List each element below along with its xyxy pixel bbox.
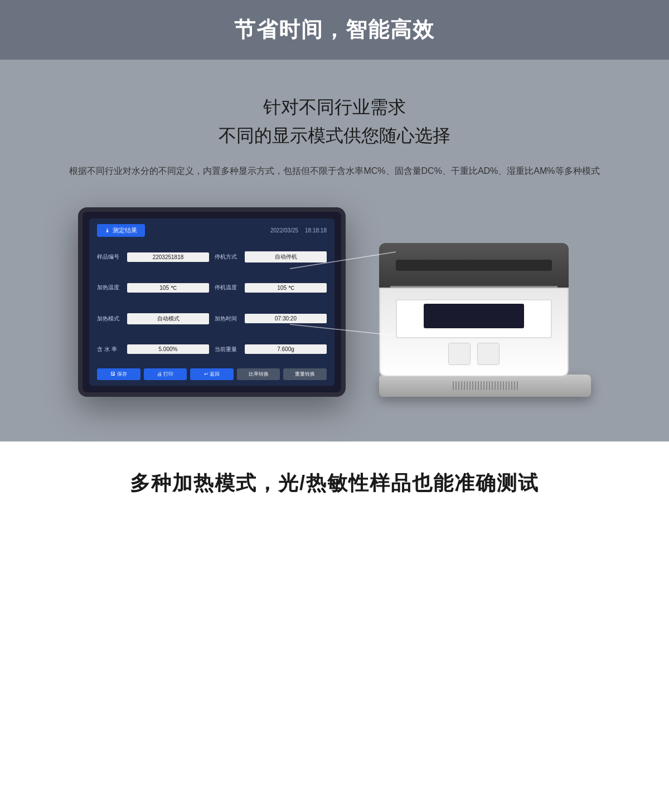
device-vents <box>453 381 518 390</box>
bottom-banner-title: 多种加热模式，光/热敏性样品也能准确测试 <box>22 470 647 497</box>
top-banner: 节省时间，智能高效 <box>0 0 669 60</box>
device-main <box>379 288 569 377</box>
middle-section: 针对不同行业需求 不同的显示模式供您随心选择 根据不同行业对水分的不同定义，内置… <box>0 60 669 441</box>
feature-text-block: 针对不同行业需求 不同的显示模式供您随心选择 根据不同行业对水分的不同定义，内置… <box>69 93 599 179</box>
screen-data-grid: 样品编号 2203251818 停机方式 自动停机 加热温度 105 ℃ 停 <box>97 242 327 363</box>
screen-row-7: 含 水 率 5.000% <box>97 336 209 363</box>
device-lid <box>379 243 569 288</box>
btn-back[interactable]: ↩ 返回 <box>190 368 234 380</box>
screen-datetime: 2022/03/25 18:18:18 <box>270 227 327 234</box>
tablet-mockup: 测定结果 2022/03/25 18:18:18 样品编号 2203251818 <box>78 207 346 397</box>
btn-ratio[interactable]: 比率转换 <box>237 368 280 380</box>
screen-row-2: 停机方式 自动停机 <box>215 242 327 271</box>
screen-row-8: 当前重量 7.600g <box>215 336 327 363</box>
tablet-body: 测定结果 2022/03/25 18:18:18 样品编号 2203251818 <box>78 207 346 397</box>
screen-row-3: 加热温度 105 ℃ <box>97 274 209 302</box>
device-inner-screen <box>424 304 524 328</box>
screen-row-1: 样品编号 2203251818 <box>97 242 209 271</box>
btn-weight[interactable]: 重量转换 <box>283 368 327 380</box>
screen-row-6: 加热时间 07:30:20 <box>215 304 327 333</box>
device-showcase: 测定结果 2022/03/25 18:18:18 样品编号 2203251818 <box>22 207 647 397</box>
feature-description: 根据不同行业对水分的不同定义，内置多种显示方式，包括但不限于含水率MC%、固含量… <box>69 163 599 179</box>
tablet-screen: 测定结果 2022/03/25 18:18:18 样品编号 2203251818 <box>89 218 334 386</box>
screen-title: 测定结果 <box>97 224 145 237</box>
bottom-banner: 多种加热模式，光/热敏性样品也能准确测试 <box>0 441 669 525</box>
device-base <box>379 375 591 397</box>
btn-save[interactable]: 🖫 保存 <box>97 368 140 380</box>
screen-buttons: 🖫 保存 🖨 打印 ↩ 返回 比率转换 重量转换 <box>97 368 327 380</box>
btn-print[interactable]: 🖨 打印 <box>144 368 187 380</box>
feature-heading: 针对不同行业需求 不同的显示模式供您随心选择 <box>69 93 599 150</box>
top-banner-title: 节省时间，智能高效 <box>0 16 669 44</box>
physical-device <box>379 243 591 397</box>
screen-row-4: 停机温度 105 ℃ <box>215 274 327 302</box>
screen-header: 测定结果 2022/03/25 18:18:18 <box>97 224 327 237</box>
screen-row-5: 加热模式 自动模式 <box>97 304 209 333</box>
